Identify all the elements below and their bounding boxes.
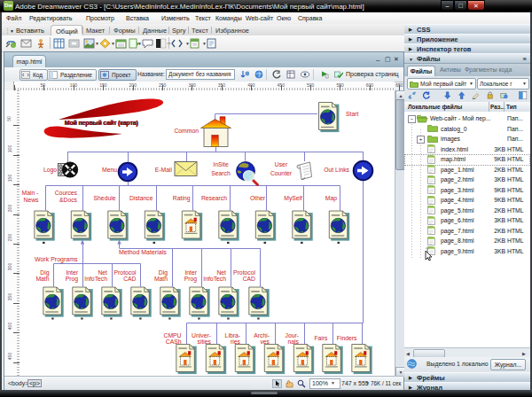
svg-text:Common: Common [174, 128, 199, 134]
svg-text:Main -: Main - [22, 190, 39, 196]
svg-text:Logo: Logo [43, 167, 57, 174]
svg-text:Protocol: Protocol [114, 269, 137, 276]
svg-text:Menu: Menu [102, 167, 117, 173]
svg-text:E-Mail: E-Mail [155, 167, 173, 173]
svg-text:Protocol: Protocol [233, 269, 255, 276]
svg-text:Univer-: Univer- [192, 332, 211, 339]
svg-text:CASh: CASh [166, 339, 182, 345]
svg-text:Other: Other [250, 195, 266, 201]
svg-text:Fairs: Fairs [314, 335, 328, 341]
svg-text:CAD: CAD [123, 276, 136, 282]
svg-text:Inter: Inter [184, 269, 197, 276]
svg-text:InfoTech: InfoTech [203, 276, 226, 282]
svg-text:CAD: CAD [243, 276, 255, 282]
svg-text:Libra-: Libra- [225, 332, 240, 339]
svg-text:Math: Math [35, 276, 49, 282]
svg-text:Counter: Counter [270, 170, 293, 176]
svg-text:CMPU: CMPU [163, 332, 181, 339]
svg-text:ries: ries [231, 339, 241, 345]
svg-text:News: News [24, 197, 40, 203]
svg-text:Prog: Prog [184, 276, 198, 283]
svg-text:ves: ves [260, 339, 270, 345]
svg-text:Cources: Cources [55, 190, 78, 196]
svg-text:Out Links: Out Links [324, 167, 349, 173]
svg-text:Shedule: Shedule [94, 195, 116, 201]
svg-text:Prog: Prog [66, 276, 79, 283]
svg-text:Math: Math [154, 276, 168, 282]
svg-text:Work Programs: Work Programs [35, 256, 78, 263]
svg-text:InSite: InSite [213, 161, 229, 167]
svg-text:Map: Map [325, 195, 337, 202]
svg-text:&Docs: &Docs [59, 197, 78, 203]
svg-text:Finders: Finders [337, 335, 357, 341]
svg-text:Search: Search [211, 170, 231, 176]
svg-text:MySelf: MySelf [284, 195, 302, 202]
svg-text:Research: Research [201, 195, 227, 201]
svg-text:Net: Net [216, 269, 226, 276]
svg-text:Inter: Inter [66, 269, 78, 276]
svg-text:sities: sities [198, 339, 212, 345]
svg-text:Rating: Rating [173, 195, 191, 202]
svg-text:InfoTech: InfoTech [84, 276, 107, 282]
svg-text:Method Materials: Method Materials [119, 249, 167, 255]
svg-text:User: User [275, 161, 288, 167]
svg-text:Archi-: Archi- [254, 332, 270, 339]
svg-text:Jour-: Jour- [286, 332, 300, 339]
svg-text:Start: Start [346, 111, 358, 117]
svg-text:nals: nals [288, 339, 300, 345]
svg-text:Net: Net [98, 269, 107, 276]
svg-text:Мой первый сайт (карта): Мой первый сайт (карта) [65, 120, 138, 127]
svg-text:Distance: Distance [129, 195, 153, 201]
